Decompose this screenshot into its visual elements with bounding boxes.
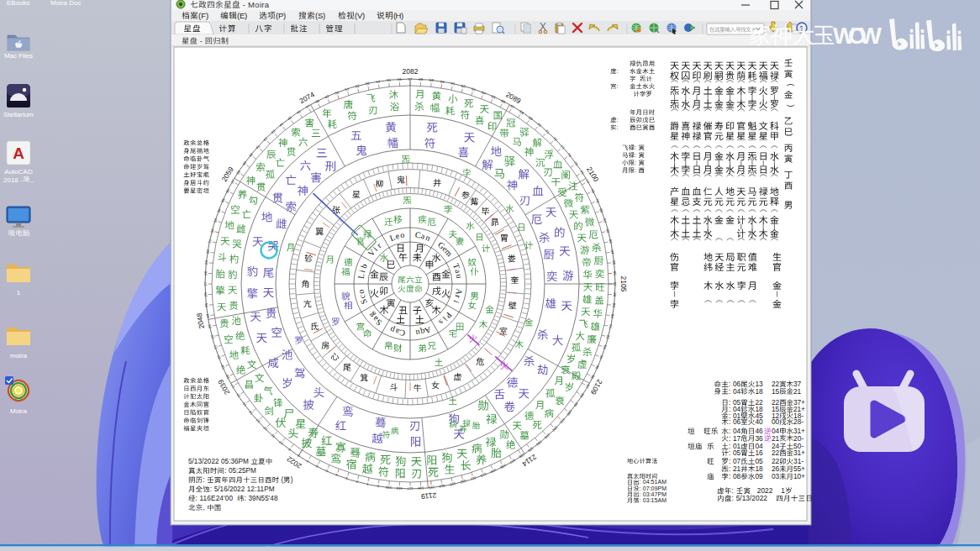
svg-text:2082: 2082 xyxy=(403,67,419,76)
svg-text:28: 28 xyxy=(203,270,208,276)
svg-text:39N55'48: 39N55'48 xyxy=(248,495,277,502)
svg-text:(: ( xyxy=(282,476,284,484)
svg-text:22: 22 xyxy=(772,449,780,457)
svg-text::: : xyxy=(729,387,730,396)
svg-text::: : xyxy=(729,434,730,443)
svg-text:27: 27 xyxy=(203,281,208,286)
svg-text:00: 00 xyxy=(772,417,780,426)
svg-text::: : xyxy=(732,494,734,502)
svg-text:): ) xyxy=(291,476,293,484)
svg-text:15: 15 xyxy=(772,387,780,396)
svg-text::: : xyxy=(617,116,619,123)
svg-text:10+: 10+ xyxy=(793,472,805,480)
svg-text:05:25PM: 05:25PM xyxy=(229,467,256,475)
svg-text:28-: 28- xyxy=(793,417,804,426)
svg-text:2018 -: 2018 - xyxy=(3,176,23,184)
svg-text:AutoCAD: AutoCAD xyxy=(4,168,33,176)
svg-text:5/13/2022: 5/13/2022 xyxy=(736,494,768,502)
svg-text:1: 1 xyxy=(781,486,785,495)
svg-text:-: - xyxy=(200,37,203,45)
svg-text::: : xyxy=(640,479,641,485)
svg-text::: : xyxy=(203,476,204,484)
svg-text::: : xyxy=(640,491,641,497)
svg-text::: : xyxy=(635,159,636,166)
svg-text:116E24'00: 116E24'00 xyxy=(200,495,234,502)
svg-text:18: 18 xyxy=(755,387,763,396)
svg-text:08: 08 xyxy=(733,472,741,480)
svg-text:40: 40 xyxy=(755,417,763,426)
svg-text::: : xyxy=(210,485,212,493)
svg-text:EBooks: EBooks xyxy=(7,0,30,7)
svg-text:117: 117 xyxy=(407,486,414,491)
svg-text:1: 1 xyxy=(17,289,21,296)
svg-text::: : xyxy=(224,467,226,475)
svg-text:-: - xyxy=(243,0,245,9)
svg-text::: : xyxy=(729,472,730,480)
svg-text:86: 86 xyxy=(613,271,617,276)
svg-text:moira: moira xyxy=(10,352,28,359)
svg-text:Moira: Moira xyxy=(10,407,28,415)
svg-text::: : xyxy=(635,166,636,174)
svg-text::: : xyxy=(617,82,619,90)
svg-text:07:09PM: 07:09PM xyxy=(643,485,667,491)
svg-text::: : xyxy=(729,417,730,426)
svg-text:(V): (V) xyxy=(355,11,365,20)
svg-text:21: 21 xyxy=(793,387,802,396)
svg-text:36: 36 xyxy=(755,434,763,443)
svg-text::: : xyxy=(640,485,641,491)
svg-text:09: 09 xyxy=(755,472,763,480)
svg-text:Moira: Moira xyxy=(248,0,270,9)
svg-text::: : xyxy=(245,495,246,502)
svg-text:03: 03 xyxy=(772,472,780,480)
svg-text:04: 04 xyxy=(733,387,741,396)
svg-text:88: 88 xyxy=(613,292,617,297)
svg-text:WOW: WOW xyxy=(833,23,883,49)
svg-text:16: 16 xyxy=(755,449,763,457)
svg-text:(F): (F) xyxy=(198,11,208,20)
svg-text::: : xyxy=(617,67,619,75)
svg-text:(H): (H) xyxy=(393,11,403,20)
svg-text:21: 21 xyxy=(772,434,780,443)
svg-text:12:11PM: 12:11PM xyxy=(247,485,275,493)
svg-text:A: A xyxy=(13,144,24,162)
svg-text::: : xyxy=(729,449,730,457)
svg-text:118: 118 xyxy=(396,486,403,491)
svg-text:(E): (E) xyxy=(237,11,247,20)
svg-text:03:47PM: 03:47PM xyxy=(643,491,667,497)
svg-text:31+: 31+ xyxy=(793,449,805,457)
svg-text::: : xyxy=(617,123,619,131)
svg-text:Stellarium: Stellarium xyxy=(3,111,34,118)
svg-text:05: 05 xyxy=(733,449,741,457)
svg-text:17: 17 xyxy=(733,434,741,443)
svg-text:56: 56 xyxy=(398,77,403,81)
svg-text:03:15AM: 03:15AM xyxy=(643,497,667,503)
svg-text::: : xyxy=(640,497,641,503)
svg-text:..: .. xyxy=(30,176,34,184)
svg-text:Mac Files: Mac Files xyxy=(4,52,33,60)
svg-text:116: 116 xyxy=(418,486,424,491)
svg-text:2119: 2119 xyxy=(420,491,436,501)
svg-text:): ) xyxy=(787,105,795,108)
svg-text:(: ( xyxy=(787,84,795,87)
svg-text:115: 115 xyxy=(428,485,435,491)
svg-text::: : xyxy=(635,144,636,151)
svg-text::: : xyxy=(196,495,198,502)
svg-text:06: 06 xyxy=(733,417,741,426)
svg-text:04:51AM: 04:51AM xyxy=(643,479,667,485)
svg-text:58: 58 xyxy=(419,77,424,81)
svg-text:119: 119 xyxy=(385,485,392,490)
svg-text:(S): (S) xyxy=(315,11,325,20)
svg-text:,: , xyxy=(203,504,204,512)
svg-text:20-: 20- xyxy=(793,434,804,443)
svg-text:05:36PM: 05:36PM xyxy=(221,458,249,465)
svg-text:5/16/2022: 5/16/2022 xyxy=(214,485,245,493)
svg-text:Moira Doc: Moira Doc xyxy=(50,0,81,7)
svg-text:2105: 2105 xyxy=(619,276,628,292)
svg-text::: : xyxy=(635,151,636,159)
svg-text:(P): (P) xyxy=(276,11,286,20)
svg-text:5/13/2022: 5/13/2022 xyxy=(188,458,219,465)
svg-text:26: 26 xyxy=(203,292,208,297)
